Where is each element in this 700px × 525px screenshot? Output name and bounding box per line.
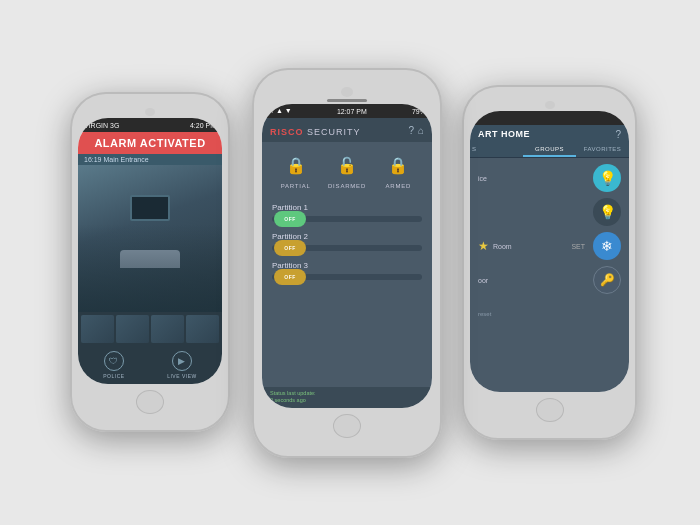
sh-row-1-label: ice bbox=[478, 175, 589, 182]
risco-body: 🔒 PARTIAL 🔓 DISARMED 🔒 ARMED Partition 1 bbox=[262, 142, 432, 386]
risco-header: RISCO SECURITY ? ⌂ bbox=[262, 118, 432, 142]
home-button-3[interactable] bbox=[536, 398, 564, 422]
smarthome-title: ART HOME bbox=[478, 129, 530, 139]
sh-row-4: oor 🔑 bbox=[478, 266, 621, 294]
disarmed-button[interactable]: 🔓 DISARMED bbox=[328, 150, 366, 189]
risco-brand-area: RISCO SECURITY bbox=[270, 121, 361, 139]
tab-stub[interactable]: S bbox=[470, 143, 523, 157]
risco-title: RISCO SECURITY bbox=[270, 127, 361, 137]
room-image bbox=[78, 165, 222, 312]
alarm-subtitle: 16:19 Main Entrance bbox=[78, 154, 222, 165]
risco-header-icons: ? ⌂ bbox=[408, 125, 424, 136]
partition-2-toggle[interactable]: OFF bbox=[274, 240, 306, 256]
armed-button[interactable]: 🔒 ARMED bbox=[383, 150, 413, 189]
smarthome-body: ice 💡 💡 ★ Room SET bbox=[470, 158, 629, 392]
room-silhouette bbox=[78, 224, 222, 312]
thumb-3[interactable] bbox=[151, 315, 184, 343]
phone-risco: ★ ▲ ▼ 12:07 PM 79% RISCO SECURITY ? ⌂ bbox=[252, 68, 442, 458]
partition-2-track: OFF bbox=[272, 245, 422, 251]
arm-buttons: 🔒 PARTIAL 🔓 DISARMED 🔒 ARMED bbox=[272, 150, 422, 189]
risco-isco: ISCO bbox=[278, 127, 304, 137]
thumb-1[interactable] bbox=[81, 315, 114, 343]
alarm-footer: 🛡 POLICE ▶ LIVE VIEW bbox=[78, 346, 222, 384]
partition-3-track: OFF bbox=[272, 274, 422, 280]
status-line2: 2 seconds ago bbox=[270, 397, 306, 403]
sh-row-1: ice 💡 bbox=[478, 164, 621, 192]
status-update-text: Status last update: 2 seconds ago bbox=[270, 390, 424, 405]
partition-1-track: OFF bbox=[272, 216, 422, 222]
risco-security-label: SECURITY bbox=[307, 127, 361, 137]
home-button-2[interactable] bbox=[333, 414, 361, 438]
risco-battery: 79% bbox=[412, 108, 426, 115]
disarmed-icon: 🔓 bbox=[332, 150, 362, 180]
sh-row-3: ★ Room SET ❄ bbox=[478, 232, 621, 260]
partition-2: Partition 2 OFF bbox=[272, 232, 422, 251]
sh-reset-label: reset bbox=[478, 311, 491, 317]
status-bar-alarm: VIRGIN 3G 4:20 PM bbox=[78, 118, 222, 132]
light-off-icon: 💡 bbox=[599, 204, 616, 220]
status-line1: Status last update: bbox=[270, 390, 316, 396]
sh-star: ★ bbox=[478, 239, 489, 253]
phone-alarm: VIRGIN 3G 4:20 PM ALARM ACTIVATED 16:19 … bbox=[70, 92, 230, 432]
scene: VIRGIN 3G 4:20 PM ALARM ACTIVATED 16:19 … bbox=[0, 0, 700, 525]
live-view-label: LIVE VIEW bbox=[167, 373, 197, 379]
partition-1: Partition 1 OFF bbox=[272, 203, 422, 222]
sh-row-3-label: Room bbox=[493, 243, 567, 250]
partial-icon: 🔒 bbox=[281, 150, 311, 180]
phone-smarthome: ART HOME ? S GROUPS FAVORITES ice 💡 bbox=[462, 85, 637, 440]
partition-3: Partition 3 OFF bbox=[272, 261, 422, 280]
alarm-header: ALARM ACTIVATED bbox=[78, 132, 222, 154]
partition-1-toggle[interactable]: OFF bbox=[274, 211, 306, 227]
sh-question-icon[interactable]: ? bbox=[615, 129, 621, 140]
smarthome-tabs: S GROUPS FAVORITES bbox=[470, 143, 629, 158]
tab-favorites[interactable]: FAVORITES bbox=[576, 143, 629, 157]
police-button[interactable]: 🛡 POLICE bbox=[103, 351, 124, 379]
carrier-alarm: VIRGIN 3G bbox=[84, 122, 119, 129]
sh-footer-text: reset bbox=[478, 302, 621, 320]
police-label: POLICE bbox=[103, 373, 124, 379]
status-bar-risco: ★ ▲ ▼ 12:07 PM 79% bbox=[262, 104, 432, 118]
risco-status-icons: ★ ▲ ▼ bbox=[268, 107, 292, 115]
police-icon: 🛡 bbox=[104, 351, 124, 371]
live-view-icon: ▶ bbox=[172, 351, 192, 371]
armed-label: ARMED bbox=[386, 183, 412, 189]
partition-3-slider[interactable]: OFF bbox=[272, 274, 422, 280]
risco-time: 12:07 PM bbox=[337, 108, 367, 115]
sh-row-4-label: oor bbox=[478, 277, 589, 284]
set-label: SET bbox=[571, 243, 585, 250]
partial-button[interactable]: 🔒 PARTIAL bbox=[281, 150, 311, 189]
disarmed-label: DISARMED bbox=[328, 183, 366, 189]
question-icon[interactable]: ? bbox=[408, 125, 414, 136]
live-view-button[interactable]: ▶ LIVE VIEW bbox=[167, 351, 197, 379]
sh-btn-lock[interactable]: 🔑 bbox=[593, 266, 621, 294]
sh-row-2: 💡 bbox=[478, 198, 621, 226]
sh-btn-light-on[interactable]: 💡 bbox=[593, 164, 621, 192]
thumb-2[interactable] bbox=[116, 315, 149, 343]
light-on-icon: 💡 bbox=[599, 170, 616, 186]
home-button-1[interactable] bbox=[136, 390, 164, 414]
risco-footer: Status last update: 2 seconds ago bbox=[262, 387, 432, 408]
partition-2-slider[interactable]: OFF bbox=[272, 245, 422, 251]
risco-r: R bbox=[270, 127, 278, 137]
ac-icon: ❄ bbox=[601, 238, 613, 254]
sh-btn-ac[interactable]: ❄ bbox=[593, 232, 621, 260]
armed-icon: 🔒 bbox=[383, 150, 413, 180]
thumb-4[interactable] bbox=[186, 315, 219, 343]
status-bar-smarthome bbox=[470, 111, 629, 125]
time-alarm: 4:20 PM bbox=[190, 122, 216, 129]
tab-groups[interactable]: GROUPS bbox=[523, 143, 576, 157]
home-icon[interactable]: ⌂ bbox=[418, 125, 424, 136]
partition-3-toggle[interactable]: OFF bbox=[274, 269, 306, 285]
tv-shape bbox=[130, 195, 170, 221]
thumbnails-row bbox=[78, 312, 222, 346]
sh-btn-light-off[interactable]: 💡 bbox=[593, 198, 621, 226]
partition-1-slider[interactable]: OFF bbox=[272, 216, 422, 222]
speaker-bar bbox=[327, 99, 367, 102]
partial-label: PARTIAL bbox=[281, 183, 311, 189]
smarthome-header: ART HOME ? bbox=[470, 125, 629, 143]
lock-icon: 🔑 bbox=[600, 273, 615, 287]
